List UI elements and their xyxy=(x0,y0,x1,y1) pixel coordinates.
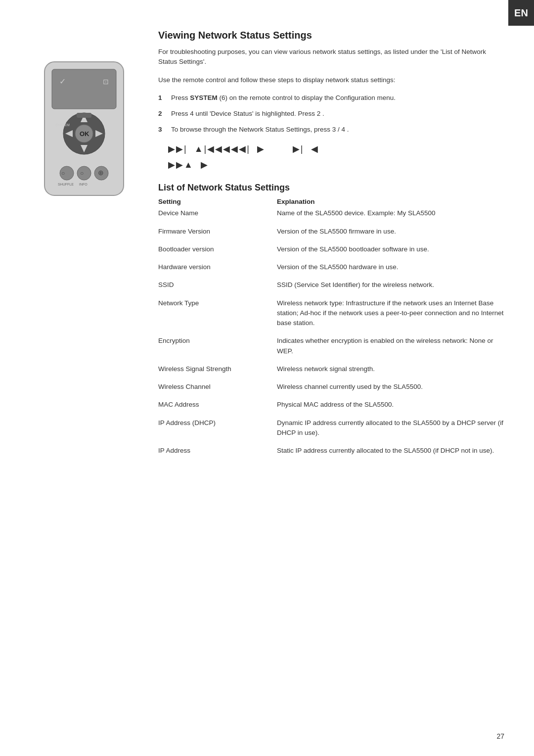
col-explanation-header: Explanation xyxy=(277,198,504,205)
remote-buttons-display: ▶▶| ▲|◀◀◀◀◀| ▶ ▶| ◀ ▶▶▲ ▶ xyxy=(168,141,504,173)
setting-ip-address-dhcp: IP Address (DHCP) xyxy=(158,418,277,428)
row-device-name: Device Name Name of the SLA5500 device. … xyxy=(158,208,504,218)
row-wireless-signal-strength: Wireless Signal Strength Wireless networ… xyxy=(158,364,504,374)
svg-point-13 xyxy=(77,166,91,180)
setting-network-type: Network Type xyxy=(158,298,277,308)
explanation-mac-address: Physical MAC address of the SLA5500. xyxy=(277,400,504,410)
en-tab-label: EN xyxy=(508,0,534,26)
step-3: 3 To browse through the Network Status S… xyxy=(158,125,504,135)
svg-text:○: ○ xyxy=(80,170,84,177)
row-ip-address-dhcp: IP Address (DHCP) Dynamic IP address cur… xyxy=(158,418,504,438)
svg-text:⊡: ⊡ xyxy=(103,78,109,86)
row-firmware-version: Firmware Version Version of the SLA5500 … xyxy=(158,227,504,236)
row-network-type: Network Type Wireless network type: Infr… xyxy=(158,298,504,329)
svg-text:OK: OK xyxy=(80,130,89,138)
svg-text:SYSTEM: SYSTEM xyxy=(55,123,70,127)
row-hardware-version: Hardware version Version of the SLA5500 … xyxy=(158,262,504,272)
remote-control-illustration: ✓ ⊡ OK SYSTEM SHUFFLE INFO ⊕ ○ ○ xyxy=(30,59,138,198)
svg-text:SHUFFLE: SHUFFLE xyxy=(58,183,74,186)
setting-wireless-channel: Wireless Channel xyxy=(158,382,277,392)
explanation-device-name: Name of the SLA5500 device. Example: My … xyxy=(277,208,504,218)
explanation-wireless-channel: Wireless channel currently used by the S… xyxy=(277,382,504,392)
setting-hardware-version: Hardware version xyxy=(158,262,277,272)
svg-rect-1 xyxy=(52,69,116,109)
page-number: 27 xyxy=(496,732,504,740)
step-1: 1 Press SYSTEM (6) on the remote control… xyxy=(158,93,504,103)
setting-firmware-version: Firmware Version xyxy=(158,227,277,236)
viewing-section: Viewing Network Status Settings For trou… xyxy=(158,30,504,173)
setting-ssid: SSID xyxy=(158,280,277,290)
table-header: Setting Explanation xyxy=(158,198,504,205)
remote-buttons-line1: ▶▶| ▲|◀◀◀◀◀| ▶ ▶| ◀ xyxy=(168,141,504,157)
setting-bootloader-version: Bootloader version xyxy=(158,244,277,254)
step-2-number: 2 xyxy=(158,109,168,119)
svg-text:⊕: ⊕ xyxy=(98,169,104,177)
svg-rect-20 xyxy=(77,113,91,118)
step-1-text: Press SYSTEM (6) on the remote control t… xyxy=(171,93,504,103)
setting-wireless-signal-strength: Wireless Signal Strength xyxy=(158,364,277,374)
setting-ip-address: IP Address xyxy=(158,446,277,456)
steps-container: 1 Press SYSTEM (6) on the remote control… xyxy=(158,93,504,135)
explanation-encryption: Indicates whether encryption is enabled … xyxy=(277,336,504,356)
step-3-text: To browse through the Network Status Set… xyxy=(171,125,504,135)
svg-text:✓: ✓ xyxy=(59,77,66,86)
step-2: 2 Press 4 until 'Device Status' is highl… xyxy=(158,109,504,119)
setting-mac-address: MAC Address xyxy=(158,400,277,410)
list-section-title: List of Network Status Settings xyxy=(158,183,504,193)
en-tab-text: EN xyxy=(514,7,528,19)
explanation-ip-address: Static IP address currently allocated to… xyxy=(277,446,504,456)
main-content: Viewing Network Status Settings For trou… xyxy=(158,30,504,726)
setting-encryption: Encryption xyxy=(158,336,277,346)
explanation-bootloader-version: Version of the SLA5500 bootloader softwa… xyxy=(277,244,504,254)
explanation-network-type: Wireless network type: Infrastructure if… xyxy=(277,298,504,329)
step-2-text: Press 4 until 'Device Status' is highlig… xyxy=(171,109,504,119)
svg-text:○: ○ xyxy=(61,170,65,177)
row-encryption: Encryption Indicates whether encryption … xyxy=(158,336,504,356)
explanation-hardware-version: Version of the SLA5500 hardware in use. xyxy=(277,262,504,272)
explanation-firmware-version: Version of the SLA5500 firmware in use. xyxy=(277,227,504,236)
viewing-title: Viewing Network Status Settings xyxy=(158,30,504,41)
row-wireless-channel: Wireless Channel Wireless channel curren… xyxy=(158,382,504,392)
svg-text:INFO: INFO xyxy=(79,183,88,186)
use-remote-text: Use the remote control and follow these … xyxy=(158,75,504,85)
intro-paragraph: For troubleshooting purposes, you can vi… xyxy=(158,47,504,67)
explanation-ssid: SSID (Service Set Identifier) for the wi… xyxy=(277,280,504,290)
remote-buttons-line2: ▶▶▲ ▶ xyxy=(168,157,504,173)
setting-device-name: Device Name xyxy=(158,208,277,218)
col-setting-header: Setting xyxy=(158,198,277,205)
row-bootloader-version: Bootloader version Version of the SLA550… xyxy=(158,244,504,254)
row-mac-address: MAC Address Physical MAC address of the … xyxy=(158,400,504,410)
step-1-number: 1 xyxy=(158,93,168,103)
list-section: List of Network Status Settings Setting … xyxy=(158,183,504,456)
row-ip-address: IP Address Static IP address currently a… xyxy=(158,446,504,456)
row-ssid: SSID SSID (Service Set Identifier) for t… xyxy=(158,280,504,290)
explanation-wireless-signal-strength: Wireless network signal strength. xyxy=(277,364,504,374)
step-3-number: 3 xyxy=(158,125,168,135)
explanation-ip-address-dhcp: Dynamic IP address currently allocated t… xyxy=(277,418,504,438)
